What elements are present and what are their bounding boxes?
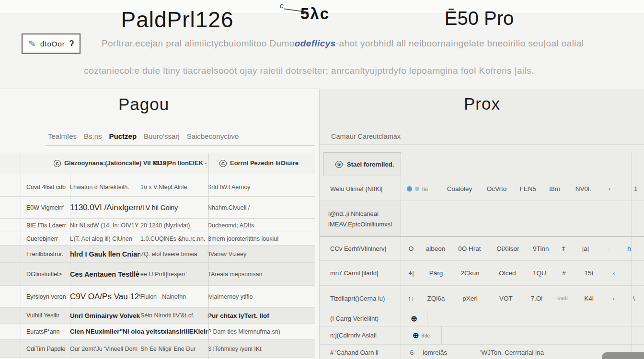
table-row: # 'Cahand Oarn ll 6 lomrelås 'WJTon. Cer… xyxy=(320,345,644,359)
plus-circle-icon[interactable]: ⊕ xyxy=(413,331,419,340)
left-header-col3: Eorrnl Pezedin liiOiuire xyxy=(230,159,299,167)
cell: ZQi6a xyxy=(421,295,451,302)
tab-puctzep[interactable]: Puctzep xyxy=(109,132,137,140)
cell: Nhahm.Civuell / xyxy=(207,204,315,211)
moon-dot-icon[interactable] xyxy=(415,187,419,191)
cell: Olced xyxy=(489,269,526,277)
row-label: Tizdllaprt()Cerna lu) xyxy=(320,286,401,311)
chevron-left-icon[interactable]: ‹ xyxy=(603,295,624,302)
table-row: (I Carrg Verleiilnt) ⊕ xyxy=(320,311,644,326)
left-header-col1: Glezooynana:(Jationcslle) VII MU ‹ xyxy=(64,159,166,167)
leadin-text: lai xyxy=(422,186,428,192)
table-row: Covd 4lisd cdb Lhwatun d Nlarekteilh. 1o… xyxy=(0,178,315,197)
tab-camaur[interactable]: Camaur Careutclamax xyxy=(331,133,401,140)
badge-label: dIoOor xyxy=(40,40,65,48)
cell: · xyxy=(599,246,619,252)
tab-buurossarj[interactable]: Buuro'ssarj xyxy=(144,132,180,140)
tab-tealmies[interactable]: Tealmīes xyxy=(48,132,77,140)
cell: Nlr NLsdW (14. In: OIV1Y xyxy=(70,222,140,229)
row-label: Cuerebjnerr xyxy=(21,236,70,242)
scroll-handle[interactable] xyxy=(602,352,644,359)
table-row: E0W Vigmeirr' 1130.0VI /Ainxlgerny /LV h… xyxy=(0,197,315,219)
cell: 20:1240 (Nyzlivlat) xyxy=(140,222,207,229)
left-spec-table: Covd 4lisd cdb Lhwatun d Nlarekteilh. 1o… xyxy=(0,178,315,358)
left-panel: Pagou Tealmīes Bs.ns Puctzep Buuro'ssarj… xyxy=(0,89,319,359)
tabs-underline xyxy=(320,145,644,145)
row-label: # 'Cahand Oarn ll xyxy=(320,345,401,359)
cell: 7.Ol xyxy=(523,295,551,302)
cell: Clen NEuximiler''NI oloa yeitstxlanslrll… xyxy=(70,328,207,335)
cell: 6 xyxy=(401,349,423,356)
table-row: n:j(Cdirnrlv Aslail ⊕ 93c xyxy=(320,326,644,345)
left-tabs: Tealmīes Bs.ns Puctzep Buuro'ssarj Saicb… xyxy=(48,132,239,140)
cell: Unrl Gminairyw Volvek xyxy=(70,312,140,319)
plus-value: 93c xyxy=(421,333,430,338)
doc-badge[interactable]: ✎ dIoOor ʔ xyxy=(22,34,80,54)
cell: Flulon - Nalnofnn xyxy=(140,293,207,300)
cell: 1130.0VI /Ainxlgerny xyxy=(70,203,140,213)
cell: 15t xyxy=(575,269,603,277)
cell: FEN5 xyxy=(513,185,543,192)
cell: C9V OA/Ps Vau 129.'/2 xyxy=(70,292,140,302)
left-header-col2: 7319|Pn IlonEIEK · xyxy=(152,159,207,167)
row-label: Eyrsloyn veron xyxy=(21,293,70,300)
row-label: l@nd..ji Nhlcaneal lMEAV.EptcOlniliiumxs… xyxy=(320,201,401,236)
cell: uvitt xyxy=(551,295,575,302)
cell: TAreala mepsomsan xyxy=(207,271,315,278)
intro-line-1: Porltrar.ecejan pral alimiictycbuiomlito… xyxy=(102,38,643,49)
right-table-header-cell: G Stael forernlied. xyxy=(323,152,401,176)
cell: Lhwatun d Nlarekteilh. xyxy=(70,184,140,191)
cell: t8rn xyxy=(543,185,567,192)
cell: 'IVanav Vizeey xyxy=(207,251,315,258)
right-header-label: Stael forernlied. xyxy=(347,161,394,168)
cell: ǂ| xyxy=(401,269,421,277)
cell: 0O Hrat xyxy=(450,245,489,252)
intro-link[interactable]: odeflicys xyxy=(295,38,336,48)
chevron-left-icon[interactable]: ‹ xyxy=(599,185,619,192)
table-row: CCv Eerhf/Vllnlnerv| O albeon 0O Hrat Oi… xyxy=(320,237,644,261)
row-label: CCv Eerhf/Vllnlnerv| xyxy=(320,237,401,260)
tab-bsns[interactable]: Bs.ns xyxy=(84,132,102,140)
table-row: DGlinstuitlel> Ces Aentauen Testllè ee U… xyxy=(0,263,315,286)
chevron-left-icon[interactable]: ‹ xyxy=(603,269,624,277)
product-title-right: Ē50 Pro xyxy=(410,8,549,29)
plus-cell: ⊕ xyxy=(401,311,427,326)
cell: S lTehmiiey /yenl IKt xyxy=(207,346,315,352)
column-divider xyxy=(208,153,209,359)
logo-mark: e xyxy=(280,2,284,10)
table-row: Vulhill Yesllir Unrl Gminairyw Volvek Sé… xyxy=(0,308,315,324)
cell: OiXilsor xyxy=(489,245,527,252)
row-label: Covd 4lisd cdb xyxy=(21,184,70,191)
cell: K4l xyxy=(575,295,603,302)
question-icon: ʔ xyxy=(69,39,74,48)
circle-g-icon: G xyxy=(219,160,227,167)
cell: |a| xyxy=(572,245,599,252)
cell: Sh Ee Nligir Ene Dur xyxy=(140,346,207,352)
cell: 1 xyxy=(627,185,644,192)
cell: 7Q. elol Iveere bmeia xyxy=(140,251,207,258)
row-label: BIE ITis Ldaerr xyxy=(21,222,70,229)
row-label: EuratsF*ann xyxy=(21,328,70,335)
sort-arrows-icon[interactable]: ↑↓ xyxy=(401,295,421,302)
cell: Our 2omt'Ju 'Vlneell Dom xyxy=(70,346,140,352)
cell: 1o x V.Nlepl.Alnle xyxy=(140,184,207,191)
right-panel-title: Prox xyxy=(320,94,644,113)
cell: pXerl xyxy=(451,295,489,302)
cell: O xyxy=(401,245,421,252)
row-label: Welu Ulimef (NIIKl| xyxy=(320,177,401,201)
cell: ee U Prrlt|lresjerr' xyxy=(140,271,207,278)
row-label: E0W Vigmeirr' xyxy=(21,204,70,211)
intro-line-2: coztaniecol:e dule ltiny tiacraelsooot o… xyxy=(0,66,618,76)
cell: L)T. Ael aleg ill) ClUnen xyxy=(70,236,140,242)
sync-dot-icon[interactable] xyxy=(407,186,412,191)
cell: \ xyxy=(624,295,644,302)
cell: Ducheomd; ADIts xyxy=(207,222,315,229)
tab-saicbeconyctivo[interactable]: Saicbeconyctivo xyxy=(187,132,239,140)
brand-logo-glyph: 5λc xyxy=(300,5,330,23)
cell: Srld IW.I Aernoy xyxy=(207,184,315,191)
cell: 9Tinn xyxy=(527,245,555,252)
plus-circle-icon[interactable]: ⊕ xyxy=(411,314,417,323)
table-row: Eyrsloyn veron C9V OA/Ps Vau 129.'/2 Flu… xyxy=(0,286,315,308)
left-table-header: G Glezooynana:(Jationcslle) VII MU ‹ 731… xyxy=(0,153,315,174)
row-label: n:j(Cdirnrlv Aslail xyxy=(320,326,401,344)
